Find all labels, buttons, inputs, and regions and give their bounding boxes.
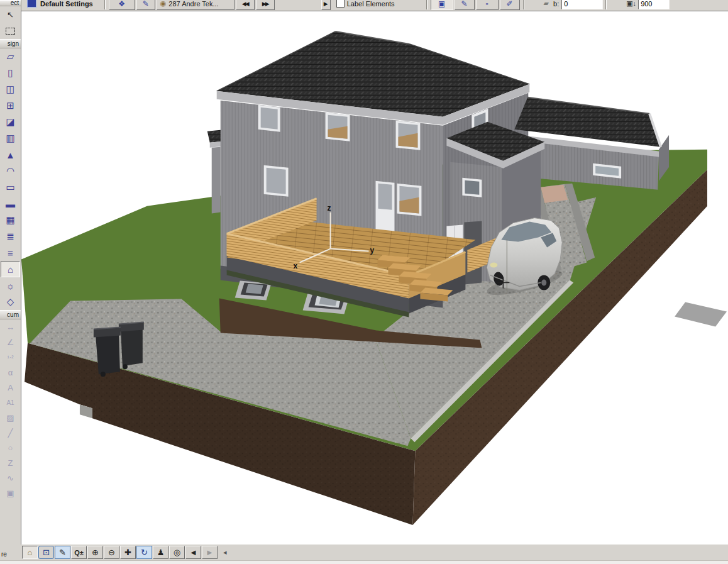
balcony-door-glass (378, 184, 392, 210)
b-field-label: b: (553, 0, 559, 8)
well-window (246, 284, 263, 294)
pan-button[interactable]: ✚ (120, 546, 136, 559)
3d-styles-button[interactable]: ⌂ (22, 546, 38, 559)
zoom-out-button[interactable]: ⊖ (104, 546, 119, 559)
height-input[interactable] (639, 0, 669, 9)
pink-pavers (541, 185, 568, 203)
label-frame-icon: ▫ (485, 0, 488, 8)
zoom-window-icon: ⊡ (43, 548, 50, 557)
next-view-icon: ► (206, 548, 214, 557)
label-frame-button[interactable]: ▫ (476, 0, 499, 10)
3d-viewport[interactable]: z x y (21, 11, 728, 545)
tool-door[interactable]: ◫ (0, 81, 21, 97)
pen-set-button[interactable]: ✎ (136, 0, 155, 10)
label-icon: ▣ (438, 0, 445, 8)
tool-mesh[interactable]: ▦ (0, 212, 21, 228)
bin-wheel (123, 364, 128, 369)
tool-angle-dimension[interactable]: ∠ (0, 335, 21, 350)
window-glass (267, 168, 286, 194)
window-glass (261, 108, 278, 130)
tool-wall[interactable]: ▱ (0, 48, 21, 65)
tool-stair[interactable]: ≣ (0, 228, 21, 245)
previous-story-button[interactable]: ◀◀ (236, 0, 255, 10)
explore-button[interactable]: ♟ (153, 546, 168, 559)
tool-marquee[interactable] (0, 23, 21, 39)
archicad-window: Default Settings ❖ ✎ ◉ 287 Andre Tek... … (0, 0, 728, 564)
bin-wheel (101, 372, 106, 377)
walk-person-icon: ♟ (157, 548, 165, 557)
house-icon: ⌂ (28, 548, 33, 557)
previous-view-button[interactable]: ◄ (185, 546, 201, 559)
separator (523, 0, 524, 9)
zoom-plus-minus-button[interactable]: Q± (71, 546, 87, 559)
tool-radial-dimension[interactable]: α (0, 365, 21, 380)
b-field (561, 0, 603, 9)
tool-roof[interactable]: ▲ (0, 147, 21, 163)
height-field (638, 0, 670, 9)
tool-figure[interactable]: ▣ (0, 485, 21, 500)
tool-lamp[interactable]: ☼ (0, 277, 21, 294)
status-strip (0, 560, 728, 564)
toolbox-section-document[interactable]: cum (0, 310, 21, 319)
z-axis-label: z (328, 204, 331, 213)
favorites-icon: ❖ (118, 0, 125, 8)
toolbox-section-more[interactable]: re (0, 551, 22, 558)
tool-line[interactable]: ╱ (0, 425, 21, 440)
previous-view-icon: ◄ (189, 548, 197, 557)
car-headlight (490, 263, 497, 268)
next-view-button[interactable]: ► (202, 546, 218, 559)
info-box-grip-icon[interactable] (27, 0, 36, 8)
tool-skylight[interactable]: ◪ (0, 114, 21, 130)
car-hubcap (541, 279, 546, 285)
orbit-icon: ↻ (141, 548, 148, 557)
tool-level-dimension[interactable]: ¹·² (0, 350, 21, 365)
y-axis-label: y (370, 246, 375, 255)
tool-curtain-wall[interactable]: ▥ (0, 130, 21, 147)
tool-column[interactable]: ▯ (0, 65, 21, 81)
tool-label[interactable]: A1 (0, 395, 21, 410)
toolbox-section-design[interactable]: sign (0, 39, 21, 48)
zoom-window-button[interactable]: ⊡ (38, 546, 54, 559)
label-pen-button[interactable]: ✎ (455, 0, 475, 10)
tool-arc[interactable]: ○ (0, 440, 21, 455)
next-story-button[interactable]: ▶▶ (256, 0, 275, 10)
b-input[interactable] (562, 0, 602, 9)
favorites-button[interactable]: ❖ (109, 0, 135, 10)
label-elements-checkbox[interactable] (336, 0, 345, 8)
tool-beam[interactable]: ▭ (0, 179, 21, 196)
label-pointer-icon: ✐ (507, 0, 513, 8)
fit-in-window-button[interactable]: ◎ (169, 546, 185, 559)
separator (605, 0, 607, 9)
tool-window[interactable]: ⊞ (0, 97, 21, 114)
label-settings-button[interactable]: ▣ (431, 0, 453, 10)
tool-arrow[interactable]: ↖ (0, 6, 21, 23)
orbit-button[interactable]: ↻ (136, 546, 152, 559)
zoom-plus-minus-icon: Q± (74, 549, 84, 556)
x-axis-label: x (294, 262, 298, 270)
tool-text[interactable]: A (0, 380, 21, 395)
pan-hand-icon: ✚ (124, 548, 131, 557)
tool-object-selected[interactable]: ⌂ (1, 261, 20, 277)
tool-fill[interactable]: ▨ (0, 410, 21, 425)
3d-scene: z x y (21, 11, 728, 545)
porch-window-glass (465, 180, 479, 195)
double-left-arrow-icon: ◀◀ (242, 1, 248, 7)
double-right-arrow-icon: ▶▶ (262, 1, 268, 7)
3d-navigation-toolbar: ⌂ ⊡ ✎ Q± ⊕ ⊖ ✚ ↻ ♟ ◎ ◄ ► ◂ (21, 545, 728, 560)
tool-morph[interactable]: ◇ (0, 294, 21, 310)
tool-railing[interactable]: ≡ (0, 245, 21, 261)
story-label: 287 Andre Tek... (168, 0, 218, 8)
zoom-in-button[interactable]: ⊕ (87, 546, 103, 559)
tool-spline[interactable]: ∿ (0, 470, 21, 485)
tool-polyline[interactable]: Z (0, 455, 21, 470)
tool-dimension[interactable]: ↔ (0, 319, 21, 335)
scrollbar-left-arrow[interactable]: ◂ (223, 548, 227, 556)
flyout-button[interactable]: ▶ (321, 0, 331, 10)
story-selector-button[interactable]: ◉ 287 Andre Tek... (157, 0, 234, 10)
toolbox-section-select[interactable]: ect (0, 0, 21, 6)
edit-elements-button[interactable]: ✎ (55, 546, 70, 559)
tool-shell[interactable]: ◠ (0, 163, 21, 179)
label-pointer-button[interactable]: ✐ (500, 0, 520, 10)
tool-slab[interactable]: ▬ (0, 196, 21, 212)
label-elements-label: Label Elements (347, 0, 395, 8)
